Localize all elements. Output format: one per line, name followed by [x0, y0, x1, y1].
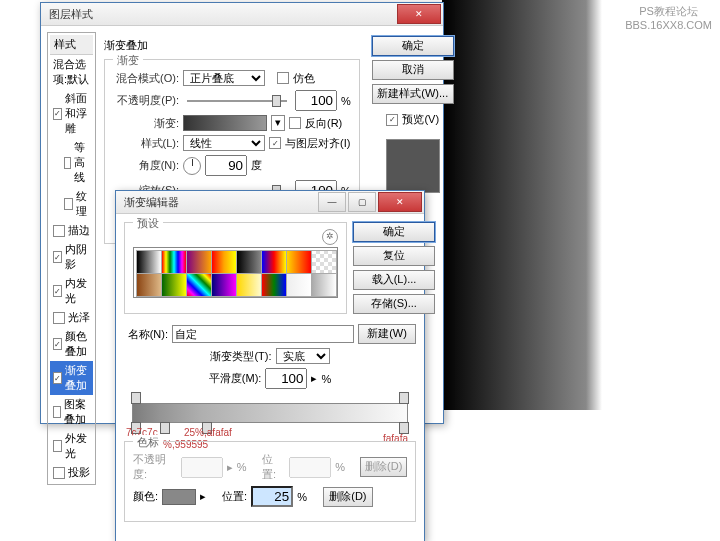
- styles-header[interactable]: 样式: [50, 35, 93, 55]
- maximize-icon[interactable]: ▢: [348, 192, 376, 212]
- titlebar[interactable]: 图层样式 ✕: [41, 3, 443, 26]
- blend-mode-select[interactable]: 正片叠底: [183, 70, 265, 86]
- reverse-label: 反向(R): [305, 116, 342, 131]
- new-style-button[interactable]: 新建样式(W)...: [372, 84, 454, 104]
- gradient-bar[interactable]: [132, 403, 408, 423]
- style-item[interactable]: 渐变叠加: [50, 361, 93, 395]
- style-select[interactable]: 线性: [183, 135, 265, 151]
- preset-swatch[interactable]: [186, 273, 212, 297]
- style-label: 内阴影: [65, 242, 90, 272]
- grad-type-select[interactable]: 实底: [276, 348, 330, 364]
- ok-button[interactable]: 确定: [372, 36, 454, 56]
- align-checkbox[interactable]: [269, 137, 281, 149]
- preset-swatch[interactable]: [286, 273, 312, 297]
- delete-button[interactable]: 删除(D): [323, 487, 373, 507]
- style-checkbox[interactable]: [64, 198, 73, 210]
- gradient-preview[interactable]: [183, 115, 267, 131]
- preset-swatch[interactable]: [211, 273, 237, 297]
- blend-options-item[interactable]: 混合选项:默认: [50, 55, 93, 89]
- save-button[interactable]: 存储(S)...: [353, 294, 435, 314]
- position-input[interactable]: [251, 486, 293, 507]
- style-item[interactable]: 光泽: [50, 308, 93, 327]
- color-stop[interactable]: [160, 422, 170, 434]
- opacity-input[interactable]: [295, 90, 337, 111]
- style-checkbox[interactable]: [53, 338, 62, 350]
- name-input[interactable]: [172, 325, 354, 343]
- angle-input[interactable]: [205, 155, 247, 176]
- watermark: PS教程论坛 BBS.16XX8.COM: [625, 4, 712, 32]
- styles-list: 样式 混合选项:默认 斜面和浮雕等高线纹理描边内阴影内发光光泽颜色叠加渐变叠加图…: [47, 32, 96, 485]
- close-icon[interactable]: ✕: [397, 4, 441, 24]
- style-checkbox[interactable]: [53, 108, 62, 120]
- style-checkbox[interactable]: [53, 285, 62, 297]
- style-checkbox[interactable]: [53, 225, 65, 237]
- blend-mode-label: 混合模式(O):: [113, 71, 179, 86]
- style-item[interactable]: 投影: [50, 463, 93, 482]
- style-item[interactable]: 内阴影: [50, 240, 93, 274]
- presets-group: 预设 ✲: [124, 222, 347, 314]
- style-item[interactable]: 纹理: [50, 187, 93, 221]
- style-item[interactable]: 内发光: [50, 274, 93, 308]
- name-label: 名称(N):: [124, 327, 168, 342]
- preset-swatch[interactable]: [311, 273, 337, 297]
- preset-swatch[interactable]: [261, 250, 287, 274]
- style-label: 投影: [68, 465, 90, 480]
- style-item[interactable]: 外发光: [50, 429, 93, 463]
- style-checkbox[interactable]: [53, 372, 62, 384]
- dither-label: 仿色: [293, 71, 315, 86]
- style-item[interactable]: 斜面和浮雕: [50, 89, 93, 138]
- position-input: [289, 457, 331, 478]
- minimize-icon[interactable]: —: [318, 192, 346, 212]
- style-checkbox[interactable]: [64, 157, 71, 169]
- gear-icon[interactable]: ✲: [322, 229, 338, 245]
- style-label: 内发光: [65, 276, 90, 306]
- color-swatch[interactable]: [162, 489, 196, 505]
- opacity-stop[interactable]: [399, 392, 409, 404]
- dropdown-icon[interactable]: ▸: [311, 372, 317, 385]
- style-checkbox[interactable]: [53, 467, 65, 479]
- preview-checkbox[interactable]: [386, 114, 398, 126]
- close-icon[interactable]: ✕: [378, 192, 422, 212]
- stop-annotation: 25%,afafaf: [184, 427, 232, 438]
- preset-swatch[interactable]: [236, 273, 262, 297]
- preset-grid: [133, 247, 338, 298]
- preset-swatch[interactable]: [211, 250, 237, 274]
- new-button[interactable]: 新建(W): [358, 324, 416, 344]
- preset-swatch[interactable]: [186, 250, 212, 274]
- ok-button[interactable]: 确定: [353, 222, 435, 242]
- dither-checkbox[interactable]: [277, 72, 289, 84]
- angle-label: 角度(N):: [113, 158, 179, 173]
- smooth-input[interactable]: [265, 368, 307, 389]
- preset-swatch[interactable]: [236, 250, 262, 274]
- preset-swatch[interactable]: [286, 250, 312, 274]
- opacity-stop[interactable]: [131, 392, 141, 404]
- preset-swatch[interactable]: [136, 273, 162, 297]
- opacity-stop-input: [181, 457, 223, 478]
- position-label: 位置:: [222, 489, 247, 504]
- style-checkbox[interactable]: [53, 440, 62, 452]
- style-label: 外发光: [65, 431, 90, 461]
- style-item[interactable]: 图案叠加: [50, 395, 93, 429]
- reset-button[interactable]: 复位: [353, 246, 435, 266]
- style-label: 光泽: [68, 310, 90, 325]
- angle-dial[interactable]: [183, 157, 201, 175]
- style-checkbox[interactable]: [53, 312, 65, 324]
- preset-swatch[interactable]: [136, 250, 162, 274]
- preset-swatch[interactable]: [161, 273, 187, 297]
- titlebar[interactable]: 渐变编辑器 — ▢ ✕: [116, 191, 424, 214]
- preset-swatch[interactable]: [261, 273, 287, 297]
- opacity-slider[interactable]: [187, 100, 287, 102]
- style-checkbox[interactable]: [53, 251, 62, 263]
- load-button[interactable]: 载入(L)...: [353, 270, 435, 290]
- reverse-checkbox[interactable]: [289, 117, 301, 129]
- style-item[interactable]: 等高线: [50, 138, 93, 187]
- preset-swatch[interactable]: [311, 250, 337, 274]
- style-item[interactable]: 描边: [50, 221, 93, 240]
- gradient-editor-window: 渐变编辑器 — ▢ ✕ 预设 ✲ 确定 复位 载入(L)... 存储(S)...…: [115, 190, 425, 541]
- cancel-button[interactable]: 取消: [372, 60, 454, 80]
- style-item[interactable]: 颜色叠加: [50, 327, 93, 361]
- style-checkbox[interactable]: [53, 406, 61, 418]
- preset-swatch[interactable]: [161, 250, 187, 274]
- presets-label: 预设: [133, 216, 163, 231]
- dropdown-icon[interactable]: ▾: [271, 115, 285, 131]
